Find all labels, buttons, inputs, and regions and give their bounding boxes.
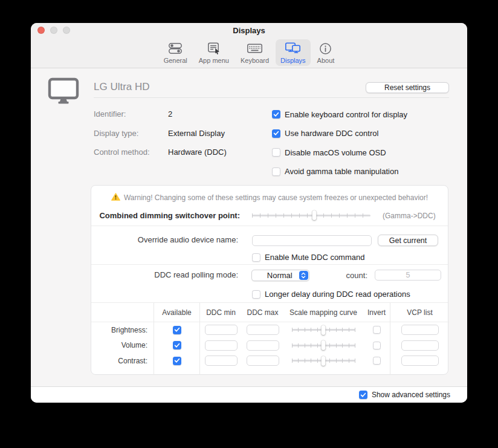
dimming-slider[interactable]: [252, 210, 370, 220]
row-label-brightness: Brightness:: [91, 322, 154, 338]
volume-invert-checkbox[interactable]: [373, 342, 381, 349]
toolbar-item-general[interactable]: General: [159, 39, 192, 66]
polling-label: DDC read polling mode:: [154, 270, 238, 279]
volume-curve-slider[interactable]: [292, 340, 355, 350]
brightness-available-checkbox[interactable]: [173, 326, 181, 334]
hardware-ddc-checkbox[interactable]: [272, 129, 280, 138]
controls-table: Available DDC min DDC max Scale mapping …: [91, 302, 448, 374]
slider-thumb[interactable]: [322, 356, 326, 366]
show-advanced-checkbox[interactable]: [359, 391, 367, 399]
delay-option-label: Longer delay during DDC read operations: [265, 290, 410, 299]
displays-window: Displays General App menu Keyboard: [31, 23, 467, 403]
col-header-vcp: VCP list: [390, 303, 449, 322]
info-value: 2: [168, 109, 172, 118]
avoid-gamma-checkbox[interactable]: [272, 167, 280, 176]
chevron-up-down-icon: [299, 271, 308, 280]
keyboard-icon: [247, 41, 263, 56]
option-row: Disable macOS volume OSD: [272, 148, 386, 157]
col-header-invert: Invert: [363, 303, 390, 322]
brightness-ddc-min-input[interactable]: [205, 325, 238, 335]
display-name: LG Ultra HD: [94, 81, 150, 93]
audio-section: Override audio device name: Get current …: [91, 226, 448, 264]
contrast-invert-checkbox[interactable]: [373, 357, 381, 365]
contrast-available-checkbox[interactable]: [173, 357, 181, 365]
get-current-button[interactable]: Get current: [378, 235, 438, 246]
option-row: Use hardware DDC control: [272, 129, 378, 138]
displays-icon: [285, 41, 301, 56]
volume-ddc-max-input[interactable]: [247, 340, 279, 351]
col-header-ddc-max: DDC max: [242, 303, 283, 322]
advanced-settings-panel: Warning! Changing some of these settings…: [91, 185, 448, 375]
row-label-volume: Volume:: [91, 338, 154, 354]
audio-name-input[interactable]: [252, 235, 372, 246]
slider-thumb[interactable]: [312, 210, 317, 220]
polling-mode-select[interactable]: Normal: [251, 270, 309, 281]
volume-ddc-min-input[interactable]: [205, 340, 238, 351]
info-icon: [319, 41, 332, 56]
window-title: Displays: [31, 26, 467, 35]
option-label: Use hardware DDC control: [285, 129, 378, 138]
reset-settings-button[interactable]: Reset settings: [366, 82, 449, 93]
toolbar-item-displays[interactable]: Displays: [276, 39, 311, 66]
show-advanced-label: Show advanced settings: [372, 391, 450, 399]
col-header-curve: Scale mapping curve: [283, 303, 363, 322]
option-label: Enable keyboard control for display: [285, 110, 407, 119]
brightness-ddc-max-input[interactable]: [247, 325, 279, 335]
info-label: Identifier:: [94, 109, 126, 118]
app-menu-icon: [207, 41, 221, 56]
longer-delay-checkbox[interactable]: [252, 290, 260, 299]
info-value: External Display: [168, 129, 225, 138]
count-input[interactable]: 5: [375, 270, 441, 281]
row-label-contrast: Contrast:: [91, 353, 154, 369]
header-divider: [94, 97, 449, 98]
mute-ddc-checkbox[interactable]: [252, 253, 260, 262]
col-header-available: Available: [154, 303, 200, 322]
mute-option-label: Enable Mute DDC command: [265, 253, 364, 262]
warning-text: Warning! Changing some of these settings…: [124, 193, 428, 202]
volume-vcp-input[interactable]: [401, 340, 439, 351]
toolbar-item-label: App menu: [199, 57, 229, 64]
toolbar-item-label: General: [164, 57, 187, 64]
info-label: Display type:: [94, 129, 138, 138]
general-icon: [167, 41, 183, 56]
option-row: Enable keyboard control for display: [272, 110, 407, 119]
brightness-curve-slider[interactable]: [292, 325, 355, 335]
toolbar: General App menu Keyboard Displays: [31, 39, 467, 66]
toolbar-item-label: Displays: [280, 57, 306, 64]
option-label: Disable macOS volume OSD: [285, 148, 386, 157]
warning-icon: [111, 192, 120, 203]
toolbar-item-label: About: [317, 57, 335, 64]
info-value: Hardware (DDC): [168, 148, 227, 157]
toolbar-item-keyboard[interactable]: Keyboard: [236, 39, 274, 66]
contrast-ddc-max-input[interactable]: [247, 355, 279, 366]
brightness-vcp-input[interactable]: [401, 325, 439, 335]
brightness-invert-checkbox[interactable]: [373, 326, 381, 334]
delay-option-row: Longer delay during DDC read operations: [252, 290, 410, 299]
contrast-ddc-min-input[interactable]: [205, 355, 238, 366]
monitor-icon: [48, 77, 79, 106]
titlebar: Displays General App menu Keyboard: [31, 23, 467, 68]
toolbar-item-about[interactable]: About: [312, 39, 340, 66]
option-label: Avoid gamma table manipulation: [285, 167, 398, 176]
dimming-label: Combined dimming switchover point:: [99, 211, 240, 220]
mute-option-row: Enable Mute DDC command: [252, 253, 364, 262]
option-row: Avoid gamma table manipulation: [272, 167, 398, 176]
col-header-ddc-min: DDC min: [200, 303, 242, 322]
slider-thumb[interactable]: [322, 325, 326, 335]
info-label: Control method:: [94, 148, 150, 157]
contrast-curve-slider[interactable]: [292, 356, 355, 366]
dimming-section: Warning! Changing some of these settings…: [91, 186, 448, 226]
table-corner: [91, 303, 154, 322]
disable-osd-checkbox[interactable]: [272, 148, 280, 157]
polling-mode-value: Normal: [252, 271, 299, 280]
keyboard-control-checkbox[interactable]: [272, 110, 280, 118]
polling-section: DDC read polling mode: Normal count: 5 L…: [91, 264, 448, 302]
slider-thumb[interactable]: [322, 340, 326, 350]
dimming-suffix: (Gamma->DDC): [383, 212, 436, 220]
contrast-vcp-input[interactable]: [401, 355, 439, 366]
toolbar-item-label: Keyboard: [241, 57, 269, 64]
audio-label: Override audio device name:: [138, 235, 238, 244]
count-label: count:: [346, 271, 367, 280]
toolbar-item-app-menu[interactable]: App menu: [194, 39, 234, 66]
volume-available-checkbox[interactable]: [173, 341, 181, 349]
